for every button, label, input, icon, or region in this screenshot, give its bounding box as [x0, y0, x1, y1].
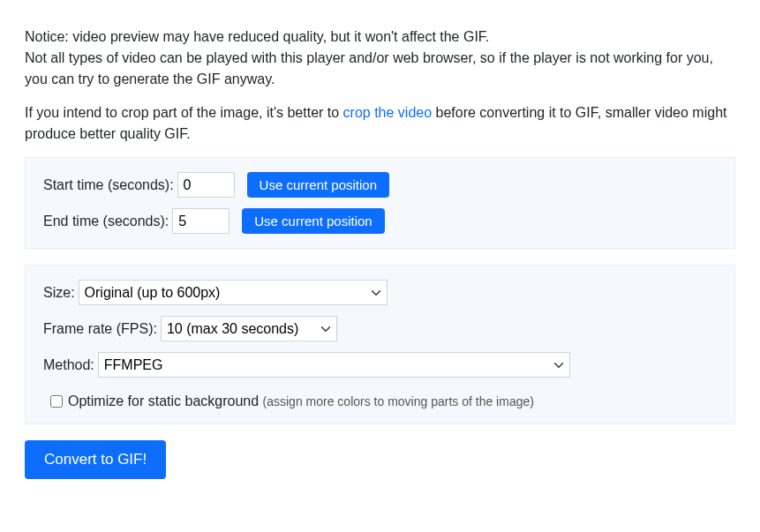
fps-label: Frame rate (FPS): [43, 321, 157, 337]
fps-select[interactable]: 10 (max 30 seconds) [161, 316, 337, 341]
method-label: Method: [43, 357, 94, 373]
crop-text-pre: If you intend to crop part of the image,… [25, 105, 343, 120]
crop-video-link[interactable]: crop the video [343, 105, 433, 120]
optimize-checkbox[interactable] [50, 395, 63, 408]
convert-button[interactable]: Convert to GIF! [25, 440, 166, 479]
time-panel: Start time (seconds): Use current positi… [25, 157, 735, 249]
optimize-checkbox-label[interactable]: Optimize for static background (assign m… [68, 393, 534, 409]
start-time-input[interactable] [177, 172, 235, 198]
notice-line2: Not all types of video can be played wit… [25, 50, 713, 86]
optimize-hint: (assign more colors to moving parts of t… [263, 394, 534, 408]
method-select[interactable]: FFMPEG [98, 352, 570, 378]
end-time-label: End time (seconds): [43, 214, 169, 229]
end-use-current-button[interactable]: Use current position [242, 208, 384, 234]
start-time-label: Start time (seconds): [43, 177, 174, 193]
size-select[interactable]: Original (up to 600px) [79, 280, 388, 305]
optimize-label-text: Optimize for static background [68, 393, 263, 408]
size-label: Size: [43, 285, 75, 301]
end-time-input[interactable] [172, 208, 230, 234]
notice-line1: Notice: video preview may have reduced q… [25, 29, 489, 44]
notice-block: Notice: video preview may have reduced q… [25, 26, 735, 145]
options-panel: Size: Original (up to 600px) Frame rate … [25, 265, 735, 424]
start-use-current-button[interactable]: Use current position [247, 172, 389, 198]
